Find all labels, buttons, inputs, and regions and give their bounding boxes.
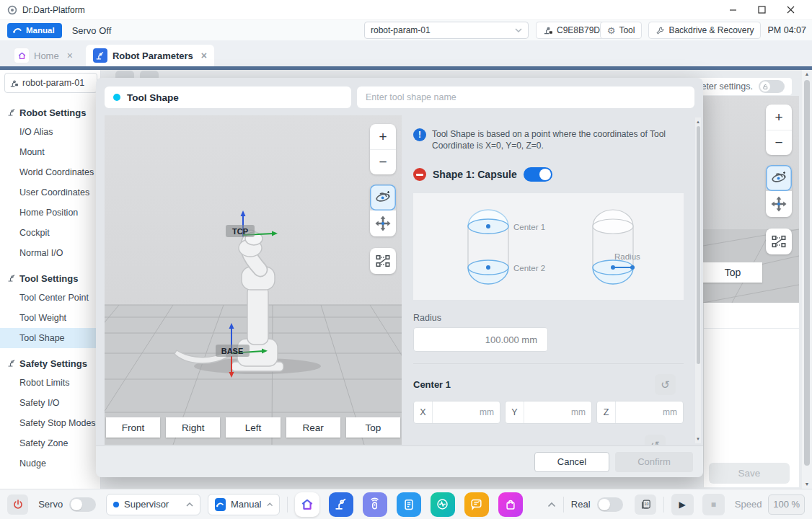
collapse-handle: [115, 71, 134, 78]
measure-button[interactable]: [370, 248, 396, 274]
home-app-icon[interactable]: [295, 492, 319, 517]
section-safety-settings: Safety Settings: [0, 354, 100, 373]
stop-button[interactable]: ■: [702, 494, 725, 515]
view-left-button[interactable]: Left: [226, 417, 280, 438]
tcp-label: TCP: [232, 227, 248, 236]
sidebar-item-cockpit[interactable]: Cockpit: [0, 223, 100, 243]
sidebar-item-mount[interactable]: Mount: [0, 142, 100, 162]
pan-button[interactable]: [766, 191, 792, 217]
radius-label: Radius: [413, 313, 686, 323]
zoom-in-button[interactable]: +: [766, 105, 792, 130]
reset-center2-button[interactable]: ↺: [645, 435, 666, 445]
tab-bar: Home × Robot Parameters ×: [0, 40, 812, 66]
sidebar-item-home-position[interactable]: Home Position: [0, 203, 100, 223]
scrollbar-thumb[interactable]: [697, 126, 700, 364]
close-tab-icon[interactable]: ×: [67, 50, 73, 61]
zoom-in-button[interactable]: +: [370, 124, 396, 149]
shape-enabled-toggle[interactable]: [524, 167, 552, 182]
sidebar-item-nudge[interactable]: Nudge: [0, 453, 100, 474]
sidebar-robot-param-header[interactable]: robot-param-01: [4, 73, 97, 93]
page-scrollbar[interactable]: ▲ ▼: [802, 70, 812, 489]
view-front-button[interactable]: Front: [106, 417, 160, 438]
sidebar-item-normal-io[interactable]: Normal I/O: [0, 243, 100, 263]
sidebar-item-safety-io[interactable]: Safety I/O: [0, 393, 100, 413]
sidebar-item-robot-limits[interactable]: Robot Limits: [0, 373, 100, 393]
tab-robot-parameters[interactable]: Robot Parameters ×: [86, 45, 214, 66]
cancel-button[interactable]: Cancel: [534, 452, 609, 472]
mode-select[interactable]: Manual: [208, 494, 280, 515]
zoom-out-button[interactable]: −: [370, 149, 396, 174]
maximize-button[interactable]: [747, 1, 776, 19]
center1-x-input[interactable]: [433, 402, 480, 423]
lock-settings-toggle[interactable]: [759, 80, 785, 93]
reset-center1-button[interactable]: ↺: [655, 374, 676, 395]
sidebar-item-tool-weight[interactable]: Tool Weight: [0, 308, 100, 328]
center1-z-input[interactable]: [616, 402, 663, 423]
backdrive-recovery-button[interactable]: Backdrive & Recovery: [648, 22, 761, 39]
confirm-button[interactable]: Confirm: [615, 452, 693, 472]
robot-lock-icon: [543, 25, 553, 35]
center2-diagram-label: Center 2: [513, 264, 545, 272]
sidebar-item-user-coordinates[interactable]: User Coordinates: [0, 182, 100, 203]
zoom-out-button[interactable]: −: [766, 130, 792, 155]
sidebar-item-io-alias[interactable]: I/O Alias: [0, 122, 100, 142]
speed-overlay-button[interactable]: 10: [635, 494, 656, 515]
center1-fields: Xmm Ymm Zmm: [413, 401, 686, 424]
view-rear-button[interactable]: Rear: [286, 417, 340, 438]
play-button[interactable]: ▶: [671, 494, 694, 515]
view-top-button[interactable]: Top: [346, 417, 400, 438]
robot-parameters-app-icon[interactable]: [329, 492, 353, 517]
real-toggle[interactable]: [597, 497, 624, 512]
tool-shape-dialog: Tool Shape: [96, 78, 703, 477]
task-writer-app-icon[interactable]: [397, 492, 421, 517]
close-tab-icon[interactable]: ×: [201, 50, 207, 61]
orbit-button[interactable]: [766, 165, 792, 191]
reset-icon: ↺: [661, 378, 670, 391]
sidebar-item-safety-stop-modes[interactable]: Safety Stop Modes: [0, 413, 100, 433]
center1-x-field[interactable]: Xmm: [413, 401, 500, 424]
power-button[interactable]: [7, 494, 28, 515]
panel-scrollbar[interactable]: ▲ ▼: [695, 117, 701, 443]
scroll-up-icon[interactable]: ▲: [802, 70, 812, 79]
minimize-button[interactable]: [718, 1, 747, 19]
measure-button[interactable]: [766, 229, 792, 254]
message-app-icon[interactable]: [464, 492, 489, 517]
sidebar-item-world-coordinates[interactable]: World Coordinates: [0, 162, 100, 182]
scroll-down-icon[interactable]: ▼: [695, 435, 701, 443]
dock-collapse-icon[interactable]: [547, 499, 556, 510]
sidebar-item-tool-center-point[interactable]: Tool Center Point: [0, 288, 100, 308]
scroll-up-icon[interactable]: ▲: [695, 117, 701, 126]
tool-shape-3d-viewer[interactable]: TCP BASE + −: [105, 115, 402, 445]
pan-button[interactable]: [370, 210, 396, 236]
tab-home[interactable]: Home ×: [7, 45, 80, 66]
chevron-up-icon: [186, 502, 193, 507]
tool-shape-name-input[interactable]: [357, 86, 694, 108]
remove-shape-icon[interactable]: [413, 168, 426, 181]
sidebar-item-safety-zone[interactable]: Safety Zone: [0, 433, 100, 453]
supervisor-select[interactable]: Supervisor: [106, 494, 200, 515]
device-id-button[interactable]: C9E8B79D: [536, 22, 607, 39]
scroll-down-icon[interactable]: ▼: [802, 480, 812, 489]
center1-y-field[interactable]: Ymm: [505, 401, 592, 424]
window-title: Dr.Dart-Platform: [22, 5, 718, 15]
save-button[interactable]: Save: [709, 463, 790, 484]
store-app-icon[interactable]: [498, 492, 523, 517]
dialog-title: Tool Shape: [105, 86, 351, 108]
scrollbar-thumb[interactable]: [804, 80, 810, 466]
tool-button[interactable]: ⚙ Tool: [600, 22, 643, 39]
center1-z-field[interactable]: Zmm: [596, 401, 684, 424]
sidebar-item-tool-shape[interactable]: Tool Shape: [0, 328, 100, 348]
close-button[interactable]: [776, 1, 805, 19]
view-right-button[interactable]: Right: [166, 417, 220, 438]
monitoring-app-icon[interactable]: [431, 492, 455, 517]
servo-toggle[interactable]: [69, 497, 96, 512]
orbit-button[interactable]: [370, 185, 396, 210]
jog-app-icon[interactable]: [363, 492, 387, 517]
center1-y-input[interactable]: [524, 402, 571, 423]
robot-icon: [7, 274, 16, 283]
robot-param-select[interactable]: robot-param-01: [364, 22, 529, 39]
speed-value[interactable]: 100 %: [768, 494, 805, 515]
manual-mode-button[interactable]: Manual: [7, 23, 62, 38]
radius-input[interactable]: 100.000 mm: [413, 327, 548, 352]
background-top-view-button[interactable]: Top: [703, 262, 762, 283]
